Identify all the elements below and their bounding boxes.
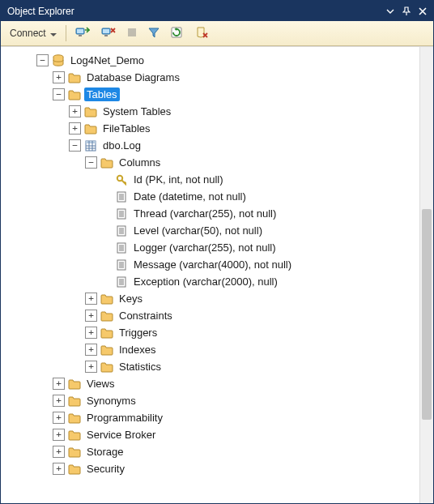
svg-rect-5	[104, 35, 108, 36]
tree-label[interactable]: Level (varchar(50), not null)	[131, 224, 265, 237]
tree-row[interactable]: +Programmability	[4, 409, 420, 426]
tree-row[interactable]: +Synonyms	[4, 392, 420, 409]
expand-toggle[interactable]: +	[53, 412, 65, 424]
delete-script-button[interactable]	[191, 23, 212, 43]
expand-toggle[interactable]: +	[53, 378, 65, 390]
filter-icon	[148, 27, 160, 41]
toggle-spacer	[101, 174, 112, 185]
folder-icon	[100, 361, 113, 374]
connect-dropdown[interactable]: Connect	[6, 23, 61, 43]
folder-icon	[100, 344, 113, 357]
tree-row[interactable]: Exception (varchar(2000), null)	[4, 273, 420, 290]
expand-toggle[interactable]: +	[85, 293, 97, 305]
folder-icon	[68, 378, 81, 391]
toggle-spacer	[101, 225, 112, 236]
tree-row[interactable]: +Views	[4, 375, 420, 392]
tree-label[interactable]: Programmability	[84, 411, 165, 425]
tree-label[interactable]: Database Diagrams	[84, 70, 182, 84]
tree-label[interactable]: Keys	[117, 292, 145, 305]
tree-label[interactable]: Message (varchar(4000), not null)	[131, 258, 294, 271]
collapse-toggle[interactable]: −	[36, 54, 49, 66]
tree-row[interactable]: Id (PK, int, not null)	[4, 171, 420, 188]
tree-row[interactable]: Date (datetime, not null)	[4, 188, 420, 205]
tree-label[interactable]: Views	[84, 377, 117, 391]
expand-toggle[interactable]: +	[53, 71, 65, 83]
tree-row[interactable]: +Service Broker	[4, 426, 420, 443]
tree-row[interactable]: +FileTables	[4, 120, 420, 137]
key-icon	[115, 173, 128, 186]
folder-icon	[100, 310, 113, 322]
tree-row[interactable]: −Columns	[4, 154, 420, 171]
folder-icon	[84, 122, 97, 135]
folder-icon	[68, 71, 81, 84]
scrollbar-thumb[interactable]	[422, 209, 432, 420]
tree-row[interactable]: +Indexes	[4, 341, 420, 358]
column-icon	[115, 224, 128, 237]
tree-label[interactable]: Date (datetime, not null)	[131, 190, 249, 203]
column-icon	[115, 207, 128, 220]
tree-row[interactable]: +Statistics	[4, 358, 420, 375]
tree-label[interactable]: Service Broker	[84, 428, 158, 442]
tree-row[interactable]: +Database Diagrams	[4, 69, 420, 86]
tree-row[interactable]: −Tables	[4, 86, 420, 103]
database-icon	[52, 54, 65, 67]
tree-label[interactable]: Constraints	[117, 309, 175, 322]
expand-toggle[interactable]: +	[85, 344, 97, 356]
collapse-toggle[interactable]: −	[85, 156, 97, 169]
expand-toggle[interactable]: +	[53, 429, 65, 441]
vertical-scrollbar[interactable]	[419, 47, 433, 503]
tree-row[interactable]: Logger (varchar(255), not null)	[4, 239, 420, 256]
tree[interactable]: −Log4Net_Demo+Database Diagrams−Tables+S…	[1, 47, 420, 503]
tree-label[interactable]: Security	[84, 462, 127, 476]
expand-toggle[interactable]: +	[85, 361, 97, 373]
collapse-toggle[interactable]: −	[69, 139, 81, 152]
tree-label[interactable]: Tables	[84, 88, 120, 101]
expand-toggle[interactable]: +	[85, 327, 97, 339]
expand-toggle[interactable]: +	[69, 122, 81, 135]
tree-label[interactable]: dbo.Log	[100, 139, 143, 152]
tree-label[interactable]: Storage	[84, 445, 126, 459]
collapse-toggle[interactable]: −	[53, 88, 65, 100]
close-button[interactable]	[415, 4, 430, 19]
expand-toggle[interactable]: +	[85, 310, 97, 322]
tree-row[interactable]: Thread (varchar(255), not null)	[4, 205, 420, 222]
tree-row[interactable]: +Constraints	[4, 307, 420, 324]
tree-label[interactable]: Thread (varchar(255), not null)	[131, 207, 279, 220]
tree-label[interactable]: Indexes	[117, 343, 159, 357]
disconnect-icon-button[interactable]	[97, 23, 120, 43]
object-explorer-window: Object Explorer Connect	[0, 0, 434, 504]
filter-button[interactable]	[144, 23, 164, 43]
tree-label[interactable]: Triggers	[117, 326, 160, 340]
connect-icon-button[interactable]	[71, 23, 94, 43]
tree-label[interactable]: Id (PK, int, not null)	[131, 173, 226, 186]
expand-toggle[interactable]: +	[53, 395, 65, 407]
pin-button[interactable]	[399, 4, 414, 19]
tree-label[interactable]: Exception (varchar(2000), null)	[131, 275, 280, 288]
tree-label[interactable]: Logger (varchar(255), not null)	[131, 241, 279, 254]
tree-label[interactable]: System Tables	[100, 105, 173, 118]
tree-row[interactable]: −dbo.Log	[4, 137, 420, 154]
tree-label[interactable]: Columns	[117, 156, 163, 169]
tree-label[interactable]: Statistics	[117, 360, 164, 374]
tree-label[interactable]: Synonyms	[84, 394, 138, 408]
column-icon	[115, 258, 128, 271]
titlebar: Object Explorer	[1, 1, 433, 21]
server-disconnect-icon	[101, 26, 116, 41]
window-menu-button[interactable]	[383, 4, 398, 19]
tree-row[interactable]: +Storage	[4, 443, 420, 460]
tree-row[interactable]: Level (varchar(50), not null)	[4, 222, 420, 239]
tree-row[interactable]: +System Tables	[4, 103, 420, 120]
expand-toggle[interactable]: +	[69, 105, 81, 117]
folder-icon	[100, 156, 113, 169]
tree-row[interactable]: −Log4Net_Demo	[4, 52, 420, 69]
expand-toggle[interactable]: +	[53, 463, 65, 475]
expand-toggle[interactable]: +	[53, 446, 65, 458]
tree-row[interactable]: +Security	[4, 460, 420, 477]
refresh-button[interactable]	[167, 23, 188, 43]
tree-row[interactable]: Message (varchar(4000), not null)	[4, 256, 420, 273]
tree-row[interactable]: +Keys	[4, 290, 420, 307]
tree-row[interactable]: +Triggers	[4, 324, 420, 341]
tree-label[interactable]: Log4Net_Demo	[68, 53, 147, 67]
svg-rect-4	[103, 29, 109, 33]
tree-label[interactable]: FileTables	[100, 122, 153, 135]
